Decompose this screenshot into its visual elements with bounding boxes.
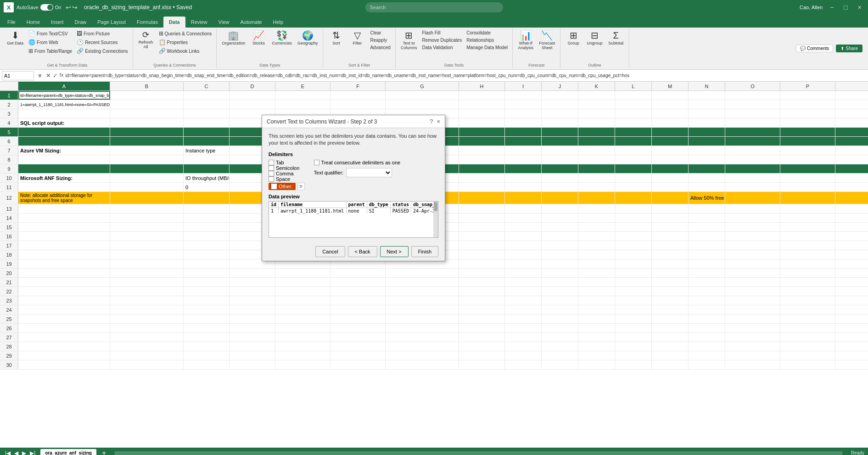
cell-j7[interactable] [542, 146, 578, 155]
row-num-28[interactable]: 28 [0, 342, 18, 351]
row-num-12[interactable]: 12 [0, 192, 18, 204]
cell-c7[interactable]: Instance type [184, 146, 230, 155]
cell-m8[interactable] [652, 155, 689, 164]
row-num-11[interactable]: 11 [0, 183, 18, 191]
cell-j11[interactable] [542, 183, 578, 191]
cell-n27[interactable] [689, 333, 725, 342]
row-num-25[interactable]: 25 [0, 315, 18, 323]
cell-l13[interactable] [615, 204, 652, 213]
cell-l12[interactable] [615, 192, 652, 204]
cell-b14[interactable] [110, 213, 184, 222]
cell-j8[interactable] [542, 155, 578, 164]
cell-h17[interactable] [459, 241, 505, 250]
cell-i26[interactable] [505, 324, 542, 332]
col-header-e[interactable]: E [275, 82, 330, 90]
cell-j25[interactable] [542, 315, 578, 323]
cell-o20[interactable] [725, 269, 780, 277]
ribbon-tab-help[interactable]: Help [268, 17, 289, 28]
cell-h2[interactable] [459, 100, 505, 109]
cell-m18[interactable] [652, 250, 689, 259]
cell-l2[interactable] [615, 100, 652, 109]
cell-a23[interactable] [18, 296, 110, 305]
refresh-button[interactable]: ⟳ Refresh All [136, 29, 156, 51]
col-header-k[interactable]: K [578, 82, 615, 90]
cell-p9[interactable] [780, 164, 835, 173]
cell-m16[interactable] [652, 232, 689, 241]
cell-o10[interactable] [725, 174, 780, 182]
cell-i12[interactable] [505, 192, 542, 204]
cell-k19[interactable] [578, 259, 615, 268]
cell-n21[interactable] [689, 278, 725, 286]
tab-delimiter[interactable]: Tab [269, 160, 305, 165]
col-header-l[interactable]: L [615, 82, 652, 90]
cell-d30[interactable] [230, 360, 275, 369]
cell-h8[interactable] [459, 155, 505, 164]
cell-j2[interactable] [542, 100, 578, 109]
cell-f26[interactable] [330, 324, 386, 332]
cell-l23[interactable] [615, 296, 652, 305]
cell-e20[interactable] [275, 269, 330, 277]
cell-g24[interactable] [386, 305, 459, 314]
cell-j1[interactable] [542, 91, 578, 100]
cell-n3[interactable] [689, 109, 725, 118]
cell-n24[interactable] [689, 305, 725, 314]
cell-o22[interactable] [725, 287, 780, 296]
from-table-button[interactable]: ⊞ From Table/Range [27, 47, 74, 55]
cell-b9[interactable] [110, 164, 184, 173]
ribbon-tab-draw[interactable]: Draw [69, 17, 92, 28]
cell-i28[interactable] [505, 342, 542, 351]
cell-m26[interactable] [652, 324, 689, 332]
row-num-13[interactable]: 13 [0, 204, 18, 213]
row-num-6[interactable]: 6 [0, 137, 18, 146]
cell-i15[interactable] [505, 223, 542, 231]
cell-c27[interactable] [184, 333, 230, 342]
cell-k1[interactable] [578, 91, 615, 100]
cell-n9[interactable] [689, 164, 725, 173]
tab-checkbox[interactable] [269, 160, 274, 165]
cell-l21[interactable] [615, 278, 652, 286]
cell-l22[interactable] [615, 287, 652, 296]
cell-j30[interactable] [542, 360, 578, 369]
cell-a14[interactable] [18, 213, 110, 222]
cell-f1[interactable] [330, 91, 386, 100]
sort-button[interactable]: ⇅ Sort [326, 29, 346, 47]
cell-h28[interactable] [459, 342, 505, 351]
cell-a26[interactable] [18, 324, 110, 332]
comma-delimiter[interactable]: Comma [269, 171, 305, 176]
cell-e26[interactable] [275, 324, 330, 332]
cell-g21[interactable] [386, 278, 459, 286]
cell-i29[interactable] [505, 351, 542, 360]
cell-a10[interactable]: Microsoft ANF Sizing: [18, 174, 110, 182]
cell-p2[interactable] [780, 100, 835, 109]
cell-a30[interactable] [18, 360, 110, 369]
cell-o9[interactable] [725, 164, 780, 173]
cell-n7[interactable] [689, 146, 725, 155]
forecast-sheet-button[interactable]: 📉 Forecast Sheet [537, 29, 557, 51]
cell-h25[interactable] [459, 315, 505, 323]
cell-reference-input[interactable] [2, 71, 34, 80]
cell-j21[interactable] [542, 278, 578, 286]
cell-c30[interactable] [184, 360, 230, 369]
cell-k3[interactable] [578, 109, 615, 118]
cell-o15[interactable] [725, 223, 780, 231]
cell-h18[interactable] [459, 250, 505, 259]
cell-a16[interactable] [18, 232, 110, 241]
cell-j16[interactable] [542, 232, 578, 241]
cell-n22[interactable] [689, 287, 725, 296]
ribbon-tab-formulas[interactable]: Formulas [131, 17, 163, 28]
cell-h7[interactable] [459, 146, 505, 155]
cell-i7[interactable] [505, 146, 542, 155]
cell-p20[interactable] [780, 269, 835, 277]
clear-button[interactable]: Clear [368, 29, 392, 36]
cell-p23[interactable] [780, 296, 835, 305]
cell-j17[interactable] [542, 241, 578, 250]
cell-c6[interactable] [184, 137, 230, 146]
row-num-14[interactable]: 14 [0, 213, 18, 222]
cell-p8[interactable] [780, 155, 835, 164]
cell-h14[interactable] [459, 213, 505, 222]
cell-k13[interactable] [578, 204, 615, 213]
cell-o6[interactable] [725, 137, 780, 146]
cell-p10[interactable] [780, 174, 835, 182]
cell-e29[interactable] [275, 351, 330, 360]
cell-n19[interactable] [689, 259, 725, 268]
